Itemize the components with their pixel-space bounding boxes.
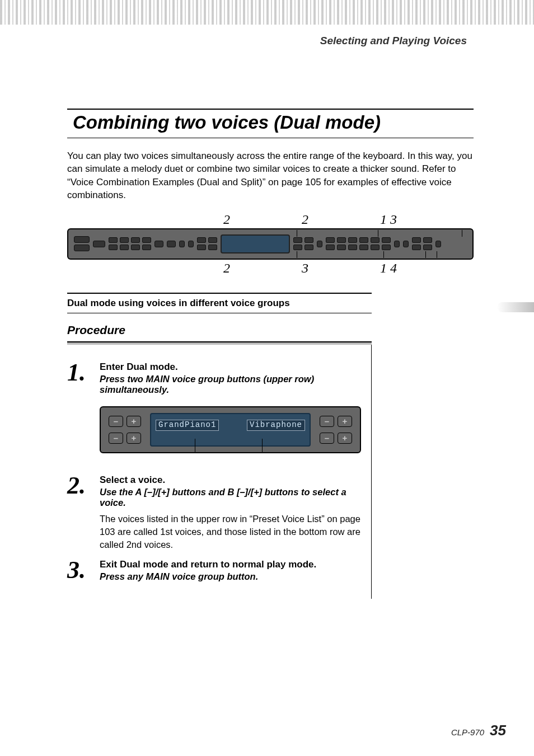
step-number: 2. — [67, 475, 91, 551]
callout-number: 2 — [221, 261, 299, 276]
procedure-step: 2. Select a voice. Use the A [–]/[+] but… — [67, 475, 361, 551]
step-title: Select a voice. — [100, 475, 361, 486]
plus-button[interactable]: + — [338, 433, 352, 444]
lcd-figure: – + – + GrandPiano1 Vibraphone — [100, 406, 361, 453]
page-title: Combining two voices (Dual mode) — [67, 109, 474, 138]
callout-number: 1 3 — [378, 212, 434, 227]
step-note: The voices listed in the upper row in “P… — [100, 513, 361, 551]
procedure-step: 1. Enter Dual mode. Press two MAIN voice… — [67, 361, 361, 467]
step-instruction: Press two MAIN voice group buttons (uppe… — [100, 374, 361, 395]
plus-button[interactable]: + — [127, 416, 141, 427]
minus-button[interactable]: – — [320, 433, 334, 444]
step-number: 1. — [67, 361, 91, 467]
decorative-barcode — [0, 0, 534, 25]
step-instruction: Use the A [–]/[+] buttons and B [–]/[+] … — [100, 487, 361, 508]
lcd-voice-1: GrandPiano1 — [156, 420, 219, 431]
callout-number: 1 4 — [378, 261, 434, 276]
lcd-display: GrandPiano1 Vibraphone — [150, 413, 311, 447]
procedure-step: 3. Exit Dual mode and return to normal p… — [67, 559, 361, 582]
intro-paragraph: You can play two voices simultaneously a… — [67, 149, 474, 202]
subsection-heading: Dual mode using voices in different voic… — [67, 293, 372, 313]
control-panel-diagram: 2 2 1 3 — [67, 212, 474, 276]
step-number: 3. — [67, 559, 91, 582]
callout-number: 3 — [299, 261, 378, 276]
footer-page-number: 35 — [490, 722, 506, 739]
step-title: Exit Dual mode and return to normal play… — [100, 559, 316, 570]
page-footer: CLP-970 35 — [451, 722, 506, 739]
page-tab-shadow — [497, 302, 534, 312]
step-title: Enter Dual mode. — [100, 361, 361, 373]
step-instruction: Press any MAIN voice group button. — [100, 571, 316, 582]
minus-button[interactable]: – — [320, 416, 334, 427]
footer-model: CLP-970 — [451, 727, 484, 737]
callout-number: 2 — [221, 212, 299, 227]
lcd-voice-2: Vibraphone — [247, 420, 305, 431]
plus-button[interactable]: + — [338, 416, 352, 427]
running-header: Selecting and Playing Voices — [0, 35, 500, 47]
plus-button[interactable]: + — [127, 433, 141, 444]
minus-button[interactable]: – — [109, 416, 123, 427]
minus-button[interactable]: – — [109, 433, 123, 444]
callout-number: 2 — [299, 212, 378, 227]
procedure-heading: Procedure — [67, 323, 372, 337]
